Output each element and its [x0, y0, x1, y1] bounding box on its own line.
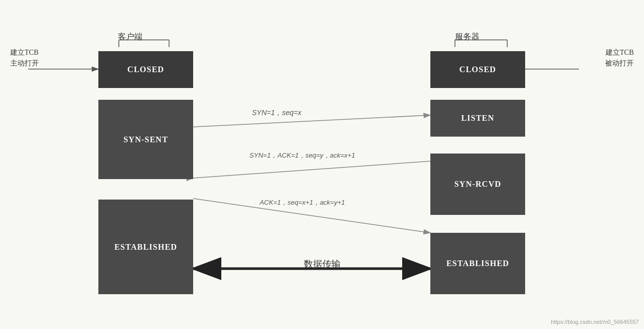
left-annotation: 建立TCB 主动打开: [10, 47, 39, 69]
svg-line-11: [193, 161, 430, 178]
svg-line-12: [193, 199, 430, 233]
right-closed-state: CLOSED: [430, 51, 525, 88]
svg-line-10: [193, 115, 430, 127]
right-listen-state: LISTEN: [430, 100, 525, 137]
right-annotation: 建立TCB 被动打开: [605, 47, 634, 69]
left-established-state: ESTABLISHED: [98, 200, 193, 294]
watermark: https://blog.csdn.net/m0_56645557: [551, 319, 639, 325]
diagram-svg: SYN=1，seq=x SYN=1，ACK=1，seq=y，ack=x+1 AC…: [0, 0, 644, 329]
right-established-state: ESTABLISHED: [430, 233, 525, 294]
data-transfer-label: 数据传输: [304, 258, 341, 270]
right-syn-rcvd-state: SYN-RCVD: [430, 153, 525, 215]
svg-text:SYN=1，seq=x: SYN=1，seq=x: [252, 108, 302, 117]
client-label: 客户端: [118, 32, 142, 42]
diagram-container: SYN=1，seq=x SYN=1，ACK=1，seq=y，ack=x+1 AC…: [0, 0, 644, 329]
svg-text:ACK=1，seq=x+1，ack=y+1: ACK=1，seq=x+1，ack=y+1: [259, 199, 345, 206]
server-label: 服务器: [455, 32, 480, 42]
left-syn-sent-state: SYN-SENT: [98, 100, 193, 179]
svg-text:SYN=1，ACK=1，seq=y，ack=x+1: SYN=1，ACK=1，seq=y，ack=x+1: [250, 151, 355, 159]
left-closed-state: CLOSED: [98, 51, 193, 88]
